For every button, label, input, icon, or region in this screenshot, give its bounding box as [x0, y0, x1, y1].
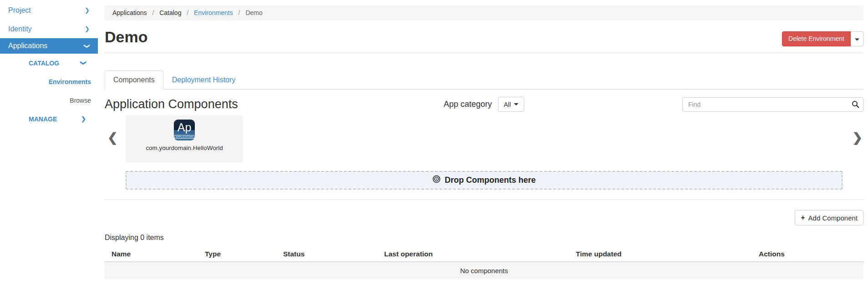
header-divider: [105, 53, 863, 53]
app-category-group: App category All: [444, 97, 525, 112]
chevron-down-icon: ❯: [81, 60, 86, 65]
column-header-last-operation: Last operation: [377, 247, 569, 262]
app-category-selected-value: All: [504, 101, 511, 108]
add-component-button[interactable]: + Add Component: [795, 210, 863, 225]
sidebar-item-applications[interactable]: Applications ❯: [0, 38, 98, 54]
caret-down-icon: [855, 38, 859, 40]
main-content: Applications / Catalog / Environments / …: [98, 5, 868, 279]
chevron-right-icon: ❯: [85, 26, 90, 32]
breadcrumb-separator: /: [152, 9, 154, 16]
application-icon-text: Ap: [174, 120, 195, 134]
application-icon-subtext: APPLICATION: [174, 135, 194, 139]
carousel-track: Ap APPLICATION com.yourdomain.HelloWorld: [126, 115, 843, 163]
sidebar-item-label: Applications: [8, 42, 47, 50]
breadcrumb-item-applications: Applications: [112, 9, 147, 16]
tab-bar: Components Deployment History: [105, 70, 863, 90]
app-card-label: com.yourdomain.HelloWorld: [146, 145, 223, 151]
sidebar-item-label: MANAGE: [29, 115, 57, 123]
sidebar: Project ❯ Identity ❯ Applications ❯ CATA…: [0, 0, 98, 128]
column-header-actions: Actions: [752, 247, 863, 262]
drop-zone-label: Drop Components here: [445, 175, 536, 185]
tab-components[interactable]: Components: [105, 70, 163, 90]
app-category-label: App category: [444, 100, 492, 109]
sidebar-item-project[interactable]: Project ❯: [0, 1, 98, 20]
plus-icon: +: [801, 214, 805, 222]
breadcrumb-separator: /: [187, 9, 188, 16]
sidebar-item-identity[interactable]: Identity ❯: [0, 20, 98, 38]
table-header-row: Name Type Status Last operation Time upd…: [105, 247, 863, 262]
carousel-prev-button[interactable]: ❮: [107, 132, 118, 144]
application-icon: Ap APPLICATION: [174, 120, 195, 140]
column-header-type: Type: [198, 247, 276, 262]
sidebar-item-browse[interactable]: Browse: [0, 91, 98, 110]
tab-deployment-history[interactable]: Deployment History: [163, 70, 244, 90]
breadcrumb-item-environments[interactable]: Environments: [194, 9, 233, 16]
table-empty-row: No components: [105, 262, 863, 279]
page-title: Demo: [105, 28, 147, 46]
find-input[interactable]: [682, 97, 863, 112]
chevron-right-icon: ❯: [81, 116, 86, 122]
delete-environment-button-group: Delete Environment: [782, 31, 863, 46]
find-field-wrapper: [682, 97, 863, 112]
drop-components-zone[interactable]: Drop Components here: [126, 171, 843, 190]
column-header-name: Name: [105, 247, 198, 262]
section-heading: Application Components: [105, 97, 444, 111]
items-count-summary: Displaying 0 items: [105, 234, 863, 242]
breadcrumb-item-demo: Demo: [245, 9, 262, 16]
section-divider: [105, 200, 863, 200]
app-category-dropdown[interactable]: All: [498, 97, 525, 112]
app-card-helloworld[interactable]: Ap APPLICATION com.yourdomain.HelloWorld: [126, 115, 243, 163]
sidebar-item-catalog[interactable]: CATALOG ❯: [0, 54, 98, 72]
breadcrumb-item-catalog: Catalog: [159, 9, 181, 16]
sidebar-item-label: Project: [8, 6, 31, 15]
delete-environment-dropdown-toggle[interactable]: [851, 31, 863, 46]
sidebar-item-label: Environments: [49, 78, 91, 85]
column-header-time-updated: Time updated: [569, 247, 752, 262]
caret-down-icon: [514, 103, 518, 105]
components-carousel: ❮ ❯ Ap APPLICATION com.yourdomain.HelloW…: [105, 115, 863, 190]
sidebar-item-label: Identity: [8, 25, 32, 33]
add-component-label: Add Component: [808, 214, 858, 222]
empty-message: No components: [105, 262, 863, 279]
sidebar-item-label: CATALOG: [29, 60, 59, 67]
breadcrumb: Applications / Catalog / Environments / …: [105, 5, 863, 20]
column-header-status: Status: [276, 247, 377, 262]
page-header: Demo Delete Environment: [105, 28, 863, 46]
components-toolbar: Application Components App category All: [105, 97, 863, 112]
chevron-right-icon: ❯: [85, 7, 90, 13]
add-component-row: + Add Component: [105, 210, 863, 225]
chevron-down-icon: ❯: [84, 44, 90, 49]
target-icon: [432, 175, 441, 185]
sidebar-item-label: Browse: [70, 97, 91, 104]
sidebar-item-manage[interactable]: MANAGE ❯: [0, 110, 98, 128]
delete-environment-button[interactable]: Delete Environment: [782, 31, 851, 46]
carousel-next-button[interactable]: ❯: [852, 132, 863, 144]
search-icon[interactable]: [852, 100, 859, 110]
components-table: Name Type Status Last operation Time upd…: [105, 247, 863, 279]
breadcrumb-separator: /: [239, 9, 240, 16]
sidebar-item-environments[interactable]: Environments: [0, 72, 98, 91]
